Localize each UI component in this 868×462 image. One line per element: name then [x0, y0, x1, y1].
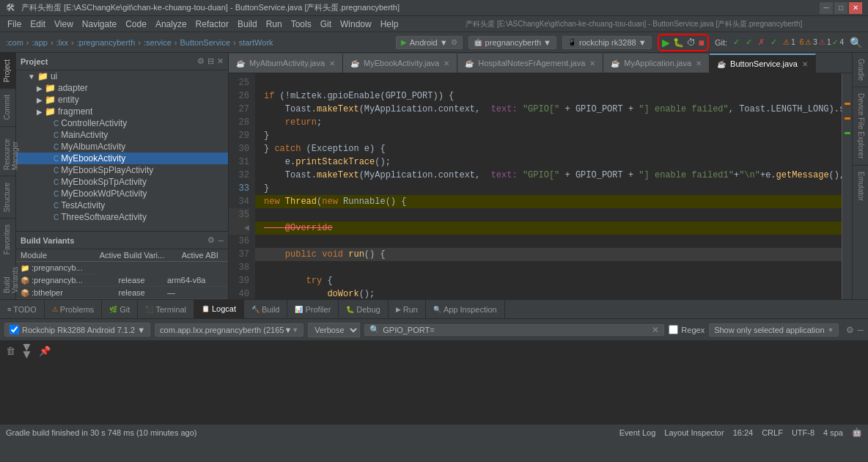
tab-debug[interactable]: 🐛 Debug	[339, 300, 388, 318]
code-editor[interactable]: 25 26 27 28 29 30 31 32 33 34 35 ◀ 36 37…	[229, 73, 852, 299]
menu-analyze[interactable]: Analyze	[151, 18, 191, 31]
tree-item-myebookspplayactivity[interactable]: C MyEbookSpPlayActivity	[16, 164, 228, 176]
tab-myebookactivity[interactable]: ☕ MyEbookActivity.java ✕	[343, 54, 457, 73]
commit-tab[interactable]: Commit	[0, 88, 15, 125]
pregnancyberth-selector[interactable]: 🤖 pregnancyberth ▼	[468, 36, 556, 49]
resource-manager-tab[interactable]: Resource Manager	[0, 126, 15, 176]
tab-close-1[interactable]: ✕	[444, 59, 449, 67]
tab-terminal[interactable]: ⬛ Terminal	[138, 300, 194, 318]
build-variants-tab[interactable]: Build Variants	[0, 260, 15, 299]
build-row-pregnancyb[interactable]: 📦 :pregnancyb... release arm64-v8a	[16, 274, 228, 287]
menu-window[interactable]: Window	[336, 18, 376, 31]
tab-close-0[interactable]: ✕	[329, 59, 335, 67]
tab-hospitalnotesfragement[interactable]: ☕ HospitalNotesFrAgement.java ✕	[457, 54, 603, 73]
breadcrumb-service[interactable]: :service	[144, 38, 172, 47]
tree-item-mainactivity[interactable]: C MainActivity	[16, 129, 228, 141]
maximize-button[interactable]: □	[834, 2, 847, 14]
tree-item-ui[interactable]: ▼ 📁 ui	[16, 70, 228, 82]
device-file-explorer-tab[interactable]: Device File Explorer	[853, 87, 868, 165]
logcat-pin-btn[interactable]: 📌	[39, 345, 51, 356]
build-active-pregnancyb[interactable]: release	[114, 274, 163, 287]
stop-button[interactable]: ■	[699, 37, 705, 48]
project-tab[interactable]: Project	[0, 53, 15, 88]
tab-build[interactable]: 🔨 Build	[244, 300, 287, 318]
logcat-scroll-btn[interactable]: ▶▶	[22, 344, 33, 359]
tab-close-3[interactable]: ✕	[696, 59, 702, 67]
tree-item-adapter[interactable]: ▶ 📁 adapter	[16, 82, 228, 94]
tab-profiler[interactable]: 📊 Profiler	[287, 300, 339, 318]
tab-myalbumactivity[interactable]: ☕ MyAlbumActivity.java ✕	[229, 54, 343, 73]
debug-button[interactable]: 🐛	[673, 37, 684, 48]
build-row-bthelper[interactable]: 📦 :bthelper release —	[16, 287, 228, 299]
logcat-package-selector[interactable]: com.app.lxx.pregnancyberth (2165▼ ▼	[155, 323, 304, 337]
run-button[interactable]: ▶	[662, 37, 670, 48]
logcat-regex-label[interactable]: Regex	[669, 325, 705, 334]
menu-navigate[interactable]: Navigate	[78, 18, 121, 31]
breadcrumb-pregnancyberth[interactable]: :pregnancyberth	[77, 38, 136, 47]
logcat-device-checkbox[interactable]	[10, 325, 19, 334]
menu-file[interactable]: File	[3, 18, 26, 31]
android-selector[interactable]: ▶ Android ▼ ⚙	[396, 36, 463, 49]
code-content[interactable]: if (!mLztek.gpioEnable(GPIO_PORT)) { Toa…	[255, 73, 842, 299]
breadcrumb-com[interactable]: :com	[6, 38, 23, 47]
tree-item-entity[interactable]: ▶ 📁 entity	[16, 94, 228, 106]
logcat-regex-checkbox[interactable]	[669, 325, 678, 334]
menu-build[interactable]: Build	[233, 18, 262, 31]
tree-item-myebooksptpactivity[interactable]: C MyEbookSpTpActivity	[16, 176, 228, 188]
tree-item-fragment[interactable]: ▶ 📁 fragment	[16, 106, 228, 117]
profile-button[interactable]: ⏱	[687, 37, 696, 48]
menu-tools[interactable]: Tools	[287, 18, 316, 31]
device-selector[interactable]: 📱 rockchip rk3288 ▼	[562, 36, 652, 49]
tree-item-testactivity[interactable]: C TestActivity	[16, 199, 228, 211]
project-expand-btn[interactable]: ⊟	[207, 56, 214, 66]
tab-problems[interactable]: ⚠ Problems	[45, 300, 102, 318]
build-variants-settings-btn[interactable]: ⚙	[207, 235, 215, 245]
structure-tab[interactable]: Structure	[0, 176, 15, 219]
build-variants-minimize-btn[interactable]: ─	[218, 235, 224, 245]
emulator-tab[interactable]: Emulator	[853, 166, 868, 207]
tab-app-inspection[interactable]: 🔍 App Inspection	[426, 300, 505, 318]
tree-item-controlleractivity[interactable]: C ControllerActivity	[16, 117, 228, 129]
tree-item-threesoftwareactivity[interactable]: C ThreeSoftwareActivity	[16, 211, 228, 223]
logcat-content[interactable]: 🗑 ▶▶ 📌	[0, 341, 868, 424]
event-log-link[interactable]: Event Log	[619, 428, 656, 437]
logcat-show-selected[interactable]: Show only selected application ▼	[709, 323, 839, 337]
breadcrumb-startwork[interactable]: startWork	[239, 38, 273, 47]
tab-buttonservice[interactable]: ☕ ButtonService.java ✕	[710, 54, 816, 73]
tab-logcat[interactable]: 📋 Logcat	[194, 300, 244, 318]
favorites-tab[interactable]: Favorites	[0, 218, 15, 260]
tree-item-myalbumactivity[interactable]: C MyAlbumActivity	[16, 141, 228, 153]
build-row-0[interactable]: 📁 :pregnancyb...	[16, 262, 228, 275]
project-close-btn[interactable]: ✕	[217, 56, 224, 66]
menu-code[interactable]: Code	[121, 18, 151, 31]
menu-edit[interactable]: Edit	[26, 18, 50, 31]
menu-refactor[interactable]: Refactor	[191, 18, 233, 31]
tree-item-myebookactivity[interactable]: C MyEbookActivity	[16, 153, 228, 164]
layout-inspector-link[interactable]: Layout Inspector	[664, 428, 724, 437]
menu-help[interactable]: Help	[376, 18, 403, 31]
tree-item-myebookwdptactivity[interactable]: C MyEbookWdPtActivity	[16, 188, 228, 199]
breadcrumb-buttonservice[interactable]: ButtonService	[180, 38, 230, 47]
build-active-bthelper[interactable]: release	[114, 287, 163, 299]
line-ending[interactable]: CRLF	[762, 428, 783, 437]
logcat-clear-input-btn[interactable]: ✕	[652, 325, 659, 335]
project-settings-btn[interactable]: ⚙	[197, 56, 205, 66]
tab-close-4[interactable]: ✕	[802, 60, 808, 68]
menu-run[interactable]: Run	[262, 18, 287, 31]
tab-myapplication[interactable]: ☕ MyApplication.java ✕	[603, 54, 710, 73]
logcat-minimize-btn[interactable]: ─	[857, 325, 864, 335]
close-button[interactable]: ✕	[849, 2, 862, 14]
menu-view[interactable]: View	[50, 18, 78, 31]
logcat-search-field[interactable]: 🔍 ✕	[364, 324, 664, 336]
tab-run[interactable]: ▶ Run	[389, 300, 426, 318]
menu-git[interactable]: Git	[316, 18, 336, 31]
gradle-tab[interactable]: Gradle	[853, 53, 868, 87]
logcat-device-selector[interactable]: Rockchip Rk3288 Android 7.1.2 ▼	[4, 323, 150, 337]
charset[interactable]: UTF-8	[792, 428, 814, 437]
logcat-level-selector[interactable]: Verbose Debug Info Warn Error	[308, 323, 360, 337]
tab-git[interactable]: 🌿 Git	[102, 300, 138, 318]
indent[interactable]: 4 spa	[823, 428, 843, 437]
tab-todo[interactable]: ≡ TODO	[0, 300, 45, 318]
breadcrumb-app[interactable]: :app	[32, 38, 48, 47]
logcat-clear-btn[interactable]: 🗑	[6, 345, 15, 356]
